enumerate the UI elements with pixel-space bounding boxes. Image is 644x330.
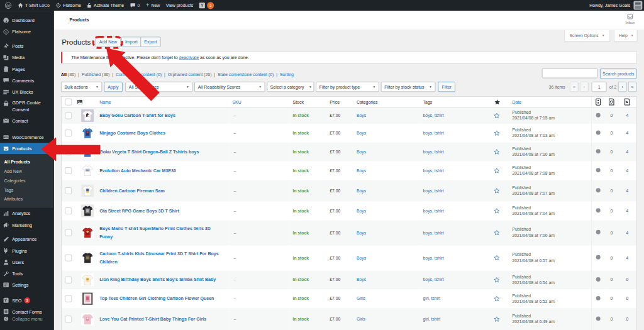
svg-text:WOO: WOO	[3, 136, 9, 139]
